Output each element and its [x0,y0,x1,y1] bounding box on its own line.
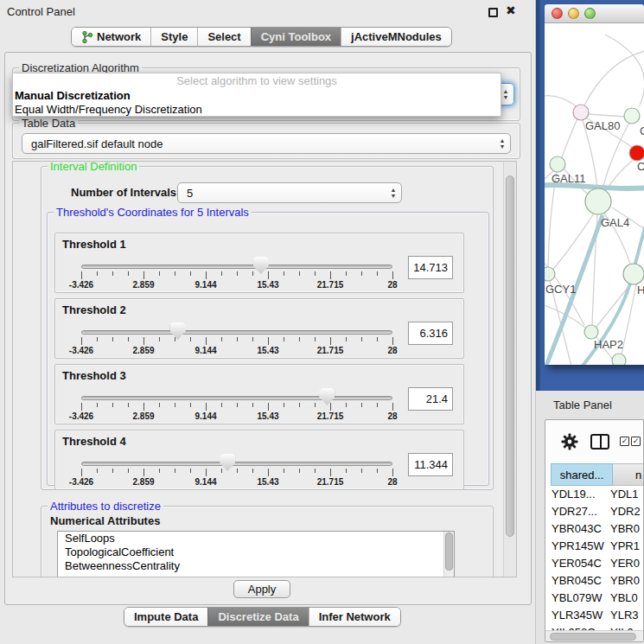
scrollbar-thumb[interactable] [550,633,636,641]
list-scrollbar[interactable] [443,532,454,577]
tab-select[interactable]: Select [197,28,250,46]
node-label: GAL80 [585,119,620,132]
panel-title: Control Panel [7,5,75,18]
close-icon[interactable]: ✖ [506,3,516,17]
thresholds-group-label: Threshold's Coordinates for 5 Intervals [54,206,252,219]
control-panel: Control Panel ✖ Network Style Select Cyn… [0,0,536,644]
node [623,264,644,284]
number-of-intervals-combobox[interactable]: 5 ▲▼ [177,182,402,203]
slider-ticks [81,469,392,476]
table-row[interactable]: YBR045CYBR0 [545,572,644,590]
slider-ticks [81,403,392,411]
table-data-group-label: Table Data [19,117,78,130]
tab-network-label: Network [97,30,141,43]
threshold-4-panel: Threshold 4 -3.426 2.859 9.144 15.43 21.… [54,430,464,490]
node [624,108,640,124]
node [550,156,565,172]
number-of-intervals-value: 5 [178,187,386,200]
tab-jactivemnodules[interactable]: jActiveMNodules [341,28,451,46]
node [545,267,555,281]
table-row[interactable]: YLR345WYLR3 [545,607,644,624]
list-item[interactable]: TopologicalCoefficient [58,545,454,559]
table-rows: YDL19...YDL1 YDR27...YDR2 YBR043CYBR0 YP… [545,486,644,630]
top-tab-bar: Network Style Select Cyni Toolbox jActiv… [71,27,452,47]
node [585,188,611,214]
table-data-combobox[interactable]: galFiltered.sif default node ▲▼ [22,133,511,154]
threshold-2-panel: Threshold 2 -3.426 2.859 9.144 15.43 21.… [54,298,464,359]
column-header-shared[interactable]: shared... [551,463,613,486]
threshold-3-panel: Threshold 3 -3.426 2.859 9.144 15.43 21.… [54,364,464,424]
node [612,354,626,365]
tab-cyni-toolbox[interactable]: Cyni Toolbox [251,28,341,46]
tab-network[interactable]: Network [72,28,150,46]
checkbox-icon[interactable]: ✓ [620,437,629,446]
slider-ticks [81,337,392,345]
horizontal-scrollbar[interactable] [545,630,643,641]
threshold-4-value[interactable]: 11.344 [408,453,453,476]
table-row[interactable]: YER054CYER0 [545,555,644,572]
attributes-group-label: Attributes to discretize [48,500,163,513]
split-columns-icon[interactable] [590,434,609,450]
tab-impute-data[interactable]: Impute Data [124,608,207,626]
combo-arrows-icon: ▲▼ [386,187,401,199]
bottom-tab-bar: Impute Data Discretize Data Infer Networ… [124,607,401,627]
threshold-1-slider[interactable] [81,265,392,269]
threshold-3-slider[interactable] [81,396,392,400]
node-label: C [637,160,644,173]
table-panel-body: ✓ ✓ shared... n YDL19...YDL1 YDR27...YDR… [545,419,644,642]
tab-infer-network[interactable]: Infer Network [309,608,400,626]
interval-definition-group: Interval Definition Number of Intervals … [41,166,494,490]
threshold-2-slider[interactable] [81,330,392,335]
tab-discretize-data[interactable]: Discretize Data [207,608,308,626]
apply-button[interactable]: Apply [233,580,290,598]
attributes-group: Attributes to discretize Numerical Attri… [41,506,494,577]
number-of-intervals-label: Number of Intervals [71,186,176,199]
threshold-3-value[interactable]: 21.4 [408,387,453,411]
network-icon [81,31,92,43]
numerical-attributes-list: SelfLoops TopologicalCoefficient Between… [57,531,455,577]
node-label: GCY1 [545,283,576,296]
node-label: HAP2 [594,338,623,351]
close-traffic-light[interactable] [552,8,563,19]
algorithm-placeholder: Select algorithm to view settings [13,73,501,89]
table-row[interactable]: YIL052CYIL0 [545,624,644,630]
table-row[interactable]: YBR043CYBR0 [545,520,644,538]
thresholds-group: Threshold's Coordinates for 5 Intervals … [47,212,489,486]
column-header-name[interactable]: n [613,463,644,486]
network-graph: GAL80 G C GAL11 GAL4 GCY1 H HAP2 [545,23,644,365]
table-row[interactable]: YPR145WYPR1 [545,538,644,555]
node [584,325,598,339]
minimize-traffic-light[interactable] [568,8,579,19]
list-item[interactable]: BetweennessCentrality [58,559,454,573]
table-row[interactable]: YBL079WYBL0 [545,590,644,607]
list-item[interactable]: SelfLoops [58,532,454,545]
algorithm-dropdown-popup: Select algorithm to view settings Manual… [12,73,501,117]
vertical-scrollbar[interactable] [503,162,516,577]
interval-definition-label: Interval Definition [48,161,139,173]
float-window-icon[interactable] [488,8,498,17]
table-row[interactable]: YDL19...YDL1 [545,486,644,503]
node-label: GAL4 [601,216,629,229]
algorithm-option-manual[interactable]: Manual Discretization [13,89,501,103]
network-window-titlebar[interactable] [545,4,644,23]
algorithm-option-equal-width[interactable]: Equal Width/Frequency Discretization [13,103,501,117]
threshold-4-slider[interactable] [81,462,392,466]
checkbox-icon[interactable]: ✓ [631,437,641,446]
node-label: H [637,284,644,296]
zoom-traffic-light[interactable] [584,8,596,19]
gear-icon[interactable] [561,433,578,450]
node-label: GAL11 [552,172,586,185]
table-row[interactable]: YDR27...YDR2 [545,503,644,520]
scrollbar-thumb[interactable] [506,175,514,537]
node-label: G [640,124,644,137]
settings-scrollpane: Interval Definition Number of Intervals … [12,161,517,577]
threshold-2-value[interactable]: 6.316 [408,322,453,345]
numerical-attributes-label: Numerical Attributes [50,514,160,527]
node [573,105,589,120]
node-selected [629,145,644,161]
slider-ticks [81,271,392,279]
network-view-window: GAL80 G C GAL11 GAL4 GCY1 H HAP2 [545,4,644,365]
tab-style[interactable]: Style [150,28,197,46]
network-canvas[interactable]: GAL80 G C GAL11 GAL4 GCY1 H HAP2 [545,23,644,365]
threshold-1-value[interactable]: 14.713 [408,256,453,279]
